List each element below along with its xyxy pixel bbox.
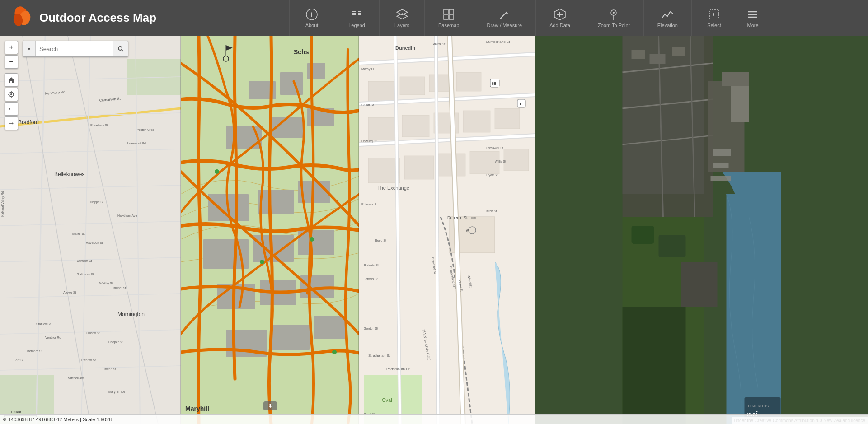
svg-marker-12 [397,14,408,19]
select-label: Select [707,23,721,28]
svg-text:Birch St: Birch St [486,210,497,213]
svg-rect-197 [713,149,731,156]
svg-text:Moray Pl: Moray Pl [361,67,374,71]
svg-text:Bond St: Bond St [375,239,386,242]
svg-text:Jervois St: Jervois St [364,277,378,280]
svg-point-115 [310,237,314,242]
zoom-to-point-button[interactable]: Zoom To Point [584,0,644,36]
svg-text:Argyle St: Argyle St [63,291,76,294]
svg-marker-29 [713,13,716,16]
zoom-label: Zoom To Point [598,23,630,28]
svg-text:i: i [311,11,313,18]
add-data-icon [554,8,566,21]
svg-text:Dowling St: Dowling St [361,140,377,143]
svg-text:Belleknowes: Belleknowes [54,171,84,177]
satellite-map-svg: POWERED BY esri [535,36,868,424]
elevation-label: Elevation [657,23,678,28]
svg-rect-204 [681,262,718,307]
select-button[interactable]: Select [692,0,737,36]
svg-rect-129 [463,111,490,132]
svg-text:POWERED BY: POWERED BY [748,405,770,408]
svg-rect-16 [449,15,454,19]
svg-rect-111 [314,316,346,339]
elevation-icon [661,8,674,21]
svg-rect-196 [727,194,781,424]
svg-text:Stuart St: Stuart St [361,103,374,107]
svg-rect-194 [650,54,666,64]
search-input[interactable] [36,41,113,56]
add-data-button[interactable]: Add Data [536,0,584,36]
more-label: More [747,23,758,28]
svg-text:Willis St: Willis St [495,160,506,163]
svg-text:Strathallan St: Strathallan St [368,354,390,358]
svg-text:Princess St: Princess St [361,203,377,206]
svg-text:Maryhill: Maryhill [185,405,209,412]
basemap-label: Basemap [438,23,459,28]
about-button[interactable]: i About [289,0,334,36]
svg-marker-11 [397,9,408,15]
basemap-icon [442,8,455,21]
svg-text:Roberts St: Roberts St [364,264,379,267]
svg-text:Schs: Schs [294,48,309,56]
svg-rect-7 [352,14,356,15]
svg-text:Oval: Oval [382,397,392,403]
satellite-map-panel[interactable]: POWERED BY esri under the Creative Commo… [535,36,868,424]
draw-icon [498,8,511,21]
topo-map-panel[interactable]: 100 [181,36,359,424]
more-button[interactable]: More [737,0,769,36]
layers-icon [396,8,408,21]
nav-prev-button[interactable]: ← [5,102,18,116]
search-bar: ▼ [23,41,128,57]
svg-text:Bernard St: Bernard St [27,349,42,353]
search-submit-button[interactable] [113,41,128,56]
street-map-panel[interactable]: Bradford Belleknowes Mornington Kenmure … [0,36,181,424]
topo-map-svg: 100 [181,36,359,424]
svg-text:Gordon St: Gordon St [364,327,378,330]
map-controls: + − ← → [5,41,18,130]
legend-button[interactable]: Legend [334,0,380,36]
geolocate-button[interactable] [5,88,18,101]
zoom-icon [607,8,620,21]
panel-3-divider [535,36,535,424]
city-map-panel[interactable]: ⊕ Oval MAIN SOUTH LINE Duned [359,36,535,424]
svg-rect-193 [632,50,645,59]
layers-button[interactable]: Layers [380,0,425,36]
basemap-button[interactable]: Basemap [425,0,473,36]
elevation-button[interactable]: Elevation [644,0,692,36]
toolbar: Outdoor Access Map i About Legend [0,0,868,36]
legend-label: Legend [348,23,365,28]
svg-rect-195 [672,47,685,56]
select-icon [708,8,721,21]
svg-text:Galloway St: Galloway St [77,273,94,276]
draw-measure-button[interactable]: Draw / Measure [473,0,536,36]
home-button[interactable] [5,73,18,87]
logo-area: Outdoor Access Map [0,5,190,30]
coordinates-display: ⊕ 1403698.87 4916863.42 Meters | Scale 1… [3,417,112,422]
svg-rect-126 [368,117,398,140]
about-label: About [305,23,319,28]
svg-text:Crosby St: Crosby St [86,331,100,335]
svg-point-40 [118,47,122,50]
panel-2-handle[interactable]: ⬍ [263,401,277,410]
coordinates-icon: ⊕ [3,417,6,422]
svg-rect-104 [253,235,294,262]
svg-rect-199 [711,176,731,181]
svg-text:Cumberland St: Cumberland St [486,40,510,44]
zoom-out-button[interactable]: − [5,55,18,69]
nav-next-button[interactable]: → [5,116,18,130]
zoom-in-button[interactable]: + [5,41,18,54]
svg-point-113 [215,169,219,174]
svg-rect-132 [404,156,434,179]
map-container: + − ← → ▼ [0,36,868,424]
svg-text:Picardy St: Picardy St [81,359,96,362]
search-dropdown-button[interactable]: ▼ [23,41,36,56]
svg-rect-122 [368,81,395,102]
app-logo [9,5,34,30]
search-icon [117,46,124,52]
svg-rect-5 [352,11,356,12]
svg-text:The Exchange: The Exchange [377,185,409,191]
svg-rect-95 [280,72,303,95]
status-bar: ⊕ 1403698.87 4916863.42 Meters | Scale 1… [0,414,868,424]
svg-text:68: 68 [492,81,496,86]
svg-line-41 [122,50,123,51]
